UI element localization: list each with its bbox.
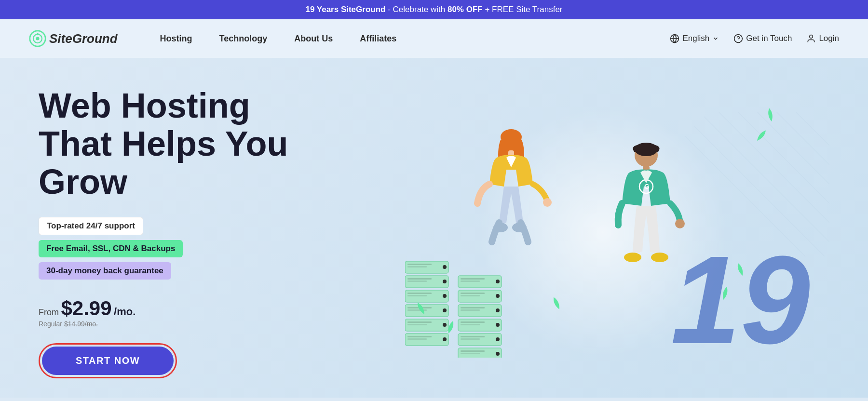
price-value: $2.99 [61, 297, 111, 320]
price-regular: Regular $14.99/mo. [39, 320, 376, 328]
nav-link-about-us[interactable]: About Us [281, 29, 346, 49]
nav-links: Hosting Technology About Us Affiliates [147, 29, 670, 49]
start-button-wrapper: START NOW [39, 343, 177, 378]
hero-badges: Top-rated 24/7 support Free Email, SSL, … [39, 217, 376, 280]
banner-text-middle: - Celebrate with [388, 5, 448, 14]
hero-title-line1: Web Hosting [39, 86, 250, 125]
language-label: English [682, 34, 709, 43]
banner-strong1: 19 Years SiteGround [305, 5, 385, 14]
main-nav: SiteGround Hosting Technology About Us A… [0, 19, 868, 58]
login-label: Login [819, 34, 839, 43]
nav-right: English Get in Touch Login [670, 34, 839, 43]
hero-section: Web Hosting That Helps You Grow Top-rate… [0, 58, 868, 398]
nav-link-affiliates[interactable]: Affiliates [346, 29, 410, 49]
logo-text: SiteGround [49, 31, 118, 46]
start-now-button[interactable]: START NOW [42, 347, 174, 375]
banner-strong2: 80% OFF [448, 5, 483, 14]
hero-illustration: 19 [376, 93, 829, 372]
nav-link-hosting[interactable]: Hosting [147, 29, 206, 49]
svg-point-8 [810, 35, 813, 39]
leaves-decoration [410, 83, 796, 372]
logo-icon [29, 30, 46, 47]
svg-point-2 [36, 37, 39, 40]
chevron-down-icon [712, 35, 719, 42]
nav-link-technology[interactable]: Technology [206, 29, 281, 49]
promo-banner: 19 Years SiteGround - Celebrate with 80%… [0, 0, 868, 19]
user-icon [806, 34, 816, 43]
price-from-line: From $2.99 /mo. [39, 297, 376, 320]
badge-support: Top-rated 24/7 support [39, 217, 143, 235]
get-in-touch-link[interactable]: Get in Touch [733, 34, 792, 43]
badge-guarantee: 30-day money back guarantee [39, 262, 171, 280]
hero-title: Web Hosting That Helps You Grow [39, 87, 376, 201]
price-period: /mo. [114, 306, 136, 318]
hero-title-line2: That Helps You Grow [39, 124, 288, 201]
support-icon [733, 34, 743, 43]
price-from-label: From [39, 307, 59, 317]
badge-free-features: Free Email, SSL, CDN & Backups [39, 240, 183, 257]
price-regular-value: $14.99/mo. [64, 320, 98, 328]
language-icon [670, 34, 679, 43]
language-selector[interactable]: English [670, 34, 719, 43]
support-label: Get in Touch [746, 34, 792, 43]
svg-point-3 [37, 33, 39, 36]
hero-content-left: Web Hosting That Helps You Grow Top-rate… [39, 87, 376, 378]
price-regular-label: Regular [39, 320, 62, 328]
logo-link[interactable]: SiteGround [29, 30, 118, 47]
price-section: From $2.99 /mo. Regular $14.99/mo. [39, 297, 376, 328]
banner-text-end: + FREE Site Transfer [485, 5, 562, 14]
login-link[interactable]: Login [806, 34, 839, 43]
